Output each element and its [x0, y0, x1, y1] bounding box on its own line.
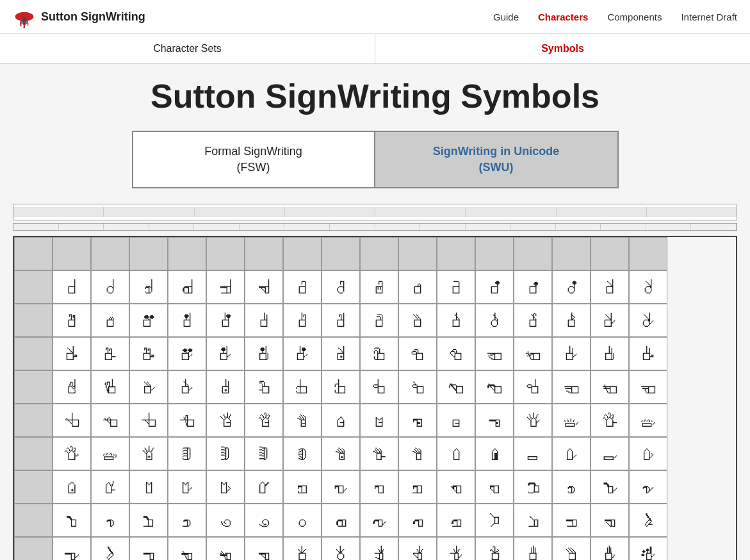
grid-cell-0-10[interactable]: 𝠊: [437, 270, 475, 304]
grid-cell-7-1[interactable]: 𝡱: [91, 504, 129, 537]
grid-cell-6-14[interactable]: 𝡮: [591, 470, 629, 504]
range-seg-1[interactable]: [13, 207, 104, 217]
grid-cell-3-3[interactable]: 𝠳: [168, 370, 206, 404]
grid-cell-3-2[interactable]: 𝠲: [129, 370, 168, 404]
grid-cell-3-10[interactable]: 𝠺: [437, 370, 475, 404]
grid-cell-0-0[interactable]: 𝠀: [53, 270, 91, 304]
grid-cell-8-11[interactable]: 𝢋: [475, 537, 514, 560]
grid-cell-8-10[interactable]: 𝢊: [437, 537, 475, 560]
grid-cell-0-5[interactable]: 𝠅: [245, 270, 283, 304]
grid-cell-1-2[interactable]: 𝠒: [129, 304, 168, 337]
grid-cell-3-8[interactable]: 𝠸: [360, 370, 398, 404]
grid-cell-8-7[interactable]: 𝢇: [322, 537, 360, 560]
grid-cell-1-5[interactable]: 𝠕: [245, 304, 283, 337]
grid-cell-2-6[interactable]: 𝠦: [283, 337, 322, 370]
grid-cell-7-11[interactable]: 𝡻: [475, 504, 514, 537]
grid-cell-4-5[interactable]: 𝡅: [245, 404, 283, 437]
grid-cell-3-1[interactable]: 𝠱: [91, 370, 129, 404]
grid-cell-1-3[interactable]: 𝠓: [168, 304, 206, 337]
grid-cell-4-6[interactable]: 𝡆: [283, 404, 322, 437]
grid-cell-1-13[interactable]: 𝠝: [552, 304, 591, 337]
grid-cell-7-6[interactable]: 𝡶: [283, 504, 322, 537]
nav-internet-draft[interactable]: Internet Draft: [681, 12, 737, 22]
grid-cell-6-3[interactable]: 𝡣: [168, 470, 206, 504]
grid-cell-8-15[interactable]: 𝢏: [629, 537, 667, 560]
grid-cell-6-2[interactable]: 𝡢: [129, 470, 168, 504]
grid-cell-3-0[interactable]: 𝠰: [53, 370, 91, 404]
grid-cell-4-14[interactable]: 𝡎: [591, 404, 629, 437]
grid-cell-3-12[interactable]: 𝠼: [514, 370, 552, 404]
grid-cell-7-15[interactable]: 𝡿: [629, 504, 667, 537]
grid-cell-2-15[interactable]: 𝠯: [629, 337, 667, 370]
grid-cell-1-10[interactable]: 𝠚: [437, 304, 475, 337]
grid-cell-8-0[interactable]: 𝢀: [53, 537, 91, 560]
grid-cell-5-2[interactable]: 𝡒: [129, 437, 168, 470]
grid-cell-2-5[interactable]: 𝠥: [245, 337, 283, 370]
grid-cell-2-11[interactable]: 𝠫: [475, 337, 514, 370]
grid-cell-6-9[interactable]: 𝡩: [398, 470, 437, 504]
range-seg2-12[interactable]: [510, 224, 556, 230]
range-seg2-13[interactable]: [556, 224, 601, 230]
grid-cell-6-6[interactable]: 𝡦: [283, 470, 322, 504]
range-seg2-1[interactable]: [13, 224, 59, 230]
range-seg2-8[interactable]: [330, 224, 375, 230]
grid-cell-2-8[interactable]: 𝠨: [360, 337, 398, 370]
grid-cell-6-11[interactable]: 𝡫: [475, 470, 514, 504]
grid-cell-4-3[interactable]: 𝡃: [168, 404, 206, 437]
grid-cell-1-7[interactable]: 𝠗: [322, 304, 360, 337]
grid-cell-0-12[interactable]: 𝠌: [514, 270, 552, 304]
range-seg-2[interactable]: [104, 207, 194, 217]
grid-cell-0-13[interactable]: 𝠍: [552, 270, 591, 304]
grid-cell-2-4[interactable]: 𝠤: [206, 337, 245, 370]
range-seg2-5[interactable]: [194, 224, 240, 230]
range-seg2-14[interactable]: [601, 224, 646, 230]
range-seg-4[interactable]: [285, 207, 375, 217]
grid-cell-6-10[interactable]: 𝡪: [437, 470, 475, 504]
grid-cell-7-0[interactable]: 𝡰: [53, 504, 91, 537]
range-seg-7[interactable]: [557, 207, 647, 217]
grid-cell-5-12[interactable]: 𝡜: [514, 437, 552, 470]
grid-cell-8-13[interactable]: 𝢍: [552, 537, 591, 560]
range-seg-3[interactable]: [195, 207, 285, 217]
range-seg2-4[interactable]: [149, 224, 195, 230]
grid-cell-0-11[interactable]: 𝠋: [475, 270, 514, 304]
grid-cell-5-8[interactable]: 𝡘: [360, 437, 398, 470]
grid-cell-5-11[interactable]: 𝡛: [475, 437, 514, 470]
grid-cell-1-0[interactable]: 𝠐: [53, 304, 91, 337]
grid-cell-0-9[interactable]: 𝠉: [398, 270, 437, 304]
range-seg2-16[interactable]: [691, 224, 737, 230]
range-seg2-11[interactable]: [466, 224, 511, 230]
fsw-button[interactable]: Formal SignWriting(FSW): [132, 131, 375, 188]
grid-cell-4-9[interactable]: 𝡉: [398, 404, 437, 437]
grid-cell-8-14[interactable]: 𝢎: [591, 537, 629, 560]
grid-cell-7-3[interactable]: 𝡳: [168, 504, 206, 537]
grid-cell-5-6[interactable]: 𝡖: [283, 437, 322, 470]
grid-cell-5-10[interactable]: 𝡚: [437, 437, 475, 470]
grid-cell-5-3[interactable]: 𝡓: [168, 437, 206, 470]
grid-cell-2-13[interactable]: 𝠭: [552, 337, 591, 370]
grid-cell-7-14[interactable]: 𝡾: [591, 504, 629, 537]
range-seg2-7[interactable]: [284, 224, 330, 230]
grid-cell-1-9[interactable]: 𝠙: [398, 304, 437, 337]
grid-cell-3-6[interactable]: 𝠶: [283, 370, 322, 404]
grid-cell-6-8[interactable]: 𝡨: [360, 470, 398, 504]
grid-cell-4-2[interactable]: 𝡂: [129, 404, 168, 437]
range-seg2-9[interactable]: [375, 224, 421, 230]
grid-cell-8-2[interactable]: 𝢂: [129, 537, 168, 560]
grid-cell-3-14[interactable]: 𝠾: [591, 370, 629, 404]
grid-cell-1-1[interactable]: 𝠑: [91, 304, 129, 337]
grid-cell-7-4[interactable]: 𝡴: [206, 504, 245, 537]
grid-cell-0-4[interactable]: 𝠄: [206, 270, 245, 304]
grid-cell-8-12[interactable]: 𝢌: [514, 537, 552, 560]
grid-cell-5-15[interactable]: 𝡟: [629, 437, 667, 470]
grid-cell-1-8[interactable]: 𝠘: [360, 304, 398, 337]
grid-cell-1-15[interactable]: 𝠟: [629, 304, 667, 337]
grid-cell-1-11[interactable]: 𝠛: [475, 304, 514, 337]
grid-cell-8-9[interactable]: 𝢉: [398, 537, 437, 560]
nav-guide[interactable]: Guide: [493, 12, 519, 22]
grid-cell-3-9[interactable]: 𝠹: [398, 370, 437, 404]
grid-cell-1-6[interactable]: 𝠖: [283, 304, 322, 337]
grid-cell-2-3[interactable]: 𝠣: [168, 337, 206, 370]
grid-cell-5-5[interactable]: 𝡕: [245, 437, 283, 470]
grid-cell-3-15[interactable]: 𝠿: [629, 370, 667, 404]
